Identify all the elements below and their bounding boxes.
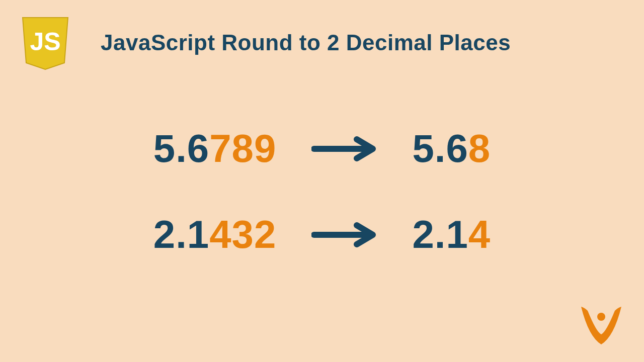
before-number: 2.1432 (153, 212, 277, 257)
after-dark-part: 2.1 (412, 212, 468, 257)
page-title: JavaScript Round to 2 Decimal Places (101, 30, 604, 55)
before-orange-part: 789 (209, 126, 276, 171)
after-number: 5.68 (412, 126, 491, 171)
before-number: 5.6789 (153, 126, 277, 171)
before-dark-part: 5.6 (153, 126, 209, 171)
arrow-right-icon (311, 136, 377, 161)
svg-point-3 (597, 313, 605, 321)
arrow-right-icon (311, 222, 377, 247)
examples-container: 5.6789 5.68 2.1432 2.14 (0, 126, 644, 257)
victory-person-icon (579, 302, 624, 347)
after-orange-part: 4 (468, 212, 491, 257)
example-row: 2.1432 2.14 (153, 212, 491, 257)
after-orange-part: 8 (468, 126, 491, 171)
before-orange-part: 432 (209, 212, 276, 257)
svg-text:JS: JS (30, 28, 60, 56)
example-row: 5.6789 5.68 (153, 126, 491, 171)
before-dark-part: 2.1 (153, 212, 209, 257)
after-dark-part: 5.6 (412, 126, 468, 171)
after-number: 2.14 (412, 212, 491, 257)
js-logo-icon: JS (20, 15, 70, 70)
